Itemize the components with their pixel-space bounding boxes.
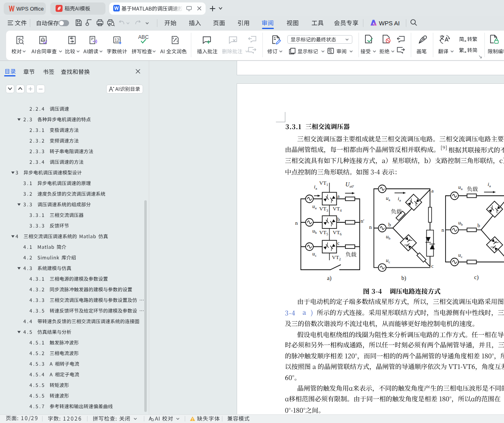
svg-text:12: 12 xyxy=(114,38,119,43)
svg-text:ABC: ABC xyxy=(138,34,149,40)
